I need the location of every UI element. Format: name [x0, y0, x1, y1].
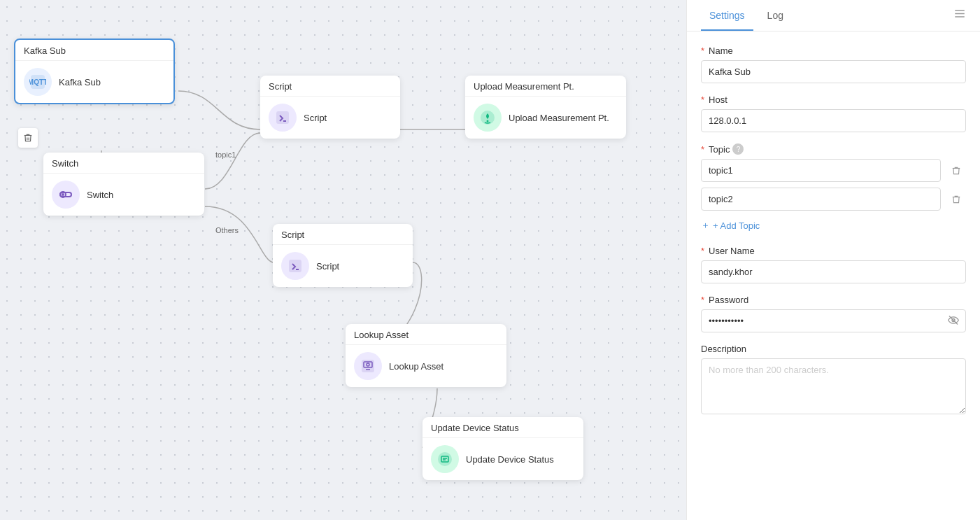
- name-input[interactable]: [701, 60, 966, 83]
- description-field-group: Description: [701, 344, 966, 417]
- switch-title: Switch: [43, 153, 204, 174]
- node-script1[interactable]: Script Script: [260, 76, 400, 139]
- script1-label: Script: [304, 113, 327, 123]
- password-input[interactable]: [701, 309, 966, 332]
- topic-label: * Topic ?: [701, 143, 966, 155]
- switch-label: Switch: [87, 190, 113, 200]
- node-script2[interactable]: Script Script: [273, 224, 413, 287]
- node-upload[interactable]: Upload Measurement Pt. Upload Measuremen…: [465, 76, 626, 139]
- tab-log[interactable]: Log: [759, 0, 792, 31]
- script1-title: Script: [260, 76, 400, 97]
- lookup-label: Lookup Asset: [389, 361, 443, 372]
- canvas[interactable]: topic1 Others Kafka Sub MQTT Kafka Sub S…: [0, 0, 686, 520]
- add-topic-button[interactable]: ＋ + Add Topic: [701, 216, 760, 234]
- node-switch[interactable]: Switch Switch: [43, 153, 204, 216]
- panel-tabs: Settings Log: [687, 0, 980, 31]
- upload-icon: [474, 104, 502, 132]
- topic-field-group: * Topic ?: [701, 143, 966, 234]
- topic2-input[interactable]: [701, 188, 941, 211]
- password-wrapper: [701, 309, 966, 332]
- username-label: * User Name: [701, 246, 966, 256]
- switch-icon: [52, 181, 80, 209]
- name-field-group: * Name: [701, 45, 966, 83]
- script2-icon: [281, 252, 309, 280]
- update-title: Update Device Status: [422, 417, 583, 438]
- username-field-group: * User Name: [701, 246, 966, 283]
- host-field-group: * Host: [701, 94, 966, 132]
- password-field-group: * Password: [701, 295, 966, 332]
- topic-row-1: [701, 159, 966, 182]
- lookup-title: Lookup Asset: [346, 324, 506, 345]
- topic1-input[interactable]: [701, 159, 941, 182]
- svg-text:MQTT: MQTT: [29, 78, 46, 86]
- node-update[interactable]: Update Device Status Update Device Statu…: [422, 417, 583, 480]
- node-kafka-sub[interactable]: Kafka Sub MQTT Kafka Sub: [14, 38, 175, 104]
- update-icon: [431, 445, 459, 473]
- password-label: * Password: [701, 295, 966, 305]
- others-label: Others: [215, 226, 239, 234]
- host-label: * Host: [701, 94, 966, 105]
- topic-row-2: [701, 188, 966, 211]
- kafka-sub-title: Kafka Sub: [15, 40, 173, 61]
- name-label: * Name: [701, 45, 966, 56]
- host-input[interactable]: [701, 109, 966, 132]
- kafka-sub-icon: MQTT: [24, 68, 52, 96]
- panel-content: * Name * Host * Topic ?: [687, 31, 980, 520]
- script2-label: Script: [316, 261, 339, 272]
- menu-icon[interactable]: [953, 8, 966, 24]
- description-textarea[interactable]: [701, 358, 966, 414]
- update-label: Update Device Status: [466, 454, 554, 465]
- username-input[interactable]: [701, 260, 966, 283]
- tab-settings[interactable]: Settings: [701, 0, 753, 31]
- topic-help-icon[interactable]: ?: [732, 143, 744, 155]
- kafka-sub-label: Kafka Sub: [59, 77, 101, 87]
- description-label: Description: [701, 344, 966, 354]
- lookup-icon: [354, 352, 382, 380]
- topic1-label: topic1: [215, 150, 236, 159]
- svg-point-10: [487, 120, 489, 122]
- script2-title: Script: [273, 224, 413, 245]
- topic2-delete-button[interactable]: [946, 190, 966, 209]
- upload-title: Upload Measurement Pt.: [465, 76, 626, 97]
- eye-icon[interactable]: [948, 314, 959, 328]
- svg-point-3: [62, 193, 64, 196]
- svg-point-15: [438, 452, 452, 466]
- delete-button[interactable]: [18, 128, 38, 148]
- script1-icon: [269, 104, 297, 132]
- right-panel: Settings Log * Name * Host: [686, 0, 980, 520]
- node-lookup[interactable]: Lookup Asset Lookup Asset: [346, 324, 506, 387]
- upload-label: Upload Measurement Pt.: [509, 113, 609, 123]
- topic1-delete-button[interactable]: [946, 161, 966, 181]
